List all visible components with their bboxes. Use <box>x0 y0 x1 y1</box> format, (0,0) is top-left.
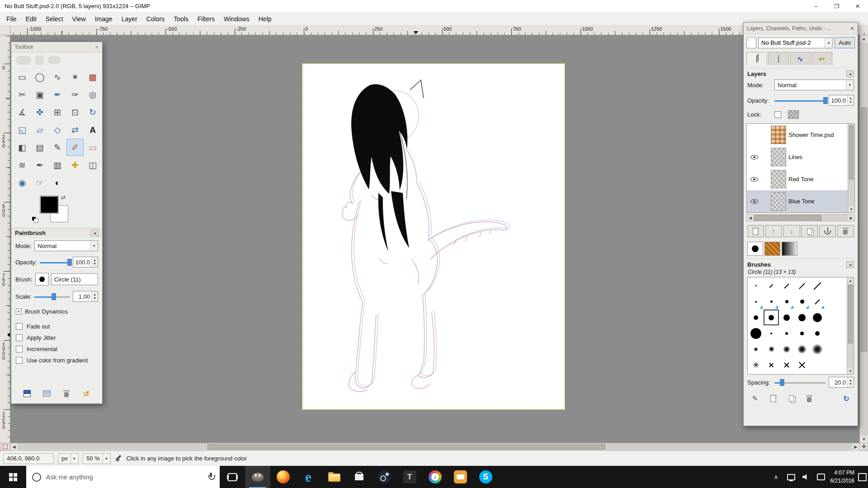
opacity-slider[interactable] <box>40 258 70 266</box>
checkbox[interactable] <box>16 334 23 341</box>
keyboard-button[interactable] <box>817 473 825 481</box>
duplicate-layer-button[interactable] <box>801 225 818 237</box>
menu-item[interactable]: View <box>68 13 90 25</box>
brush-sample[interactable] <box>794 357 810 373</box>
brush-sample[interactable] <box>779 341 794 357</box>
taskbar-music-button[interactable] <box>422 466 448 488</box>
perspective-clone-tool[interactable]: ◫ <box>84 156 101 174</box>
brush-sample[interactable] <box>764 310 779 325</box>
brush-sample[interactable] <box>794 341 810 357</box>
brush-sample[interactable] <box>810 341 825 357</box>
taskbar-chat-button[interactable] <box>448 466 473 488</box>
brush-sample[interactable] <box>748 278 764 294</box>
scroll-left-arrow[interactable]: ◀ <box>747 215 754 221</box>
scale-tool[interactable]: ◱ <box>14 121 31 138</box>
crop-tool[interactable]: ⊡ <box>66 103 84 121</box>
brush-sample[interactable] <box>825 294 840 310</box>
tab-channels[interactable] <box>768 52 789 65</box>
menu-item[interactable]: Windows <box>219 13 254 25</box>
taskbar-game-button[interactable] <box>397 466 422 488</box>
perspective-tool[interactable]: ◇ <box>49 121 66 138</box>
ruler-corner-button[interactable] <box>0 26 10 35</box>
unit-select[interactable]: px <box>58 453 79 464</box>
scissors-select-tool[interactable]: ✂ <box>14 86 31 103</box>
canvas-vertical-scrollbar[interactable]: ▲ ▼ <box>859 35 868 443</box>
measure-tool[interactable]: ∡ <box>14 103 31 121</box>
brush-sample[interactable] <box>810 310 825 325</box>
taskbar-gimp-button[interactable] <box>245 466 270 488</box>
hidden-icons-button[interactable]: ∧ <box>772 473 780 481</box>
new-layer-button[interactable] <box>747 225 764 237</box>
scrollbar-thumb[interactable] <box>208 444 605 450</box>
duplicate-brush-button[interactable] <box>785 393 797 404</box>
scroll-down-arrow[interactable]: ▼ <box>848 206 854 212</box>
layer-row[interactable]: Red Tone <box>747 168 854 190</box>
dialog-titlebar[interactable]: Layers, Channels, Paths, Undo - ... ✕ <box>744 23 858 34</box>
brush-preview-swatch[interactable] <box>747 242 763 256</box>
cortana-search-box[interactable]: Ask me anything <box>26 466 220 488</box>
brush-sample[interactable] <box>748 294 764 310</box>
scroll-right-arrow[interactable]: ▶ <box>848 215 854 221</box>
dodge-burn-tool[interactable]: ◐ <box>49 174 66 191</box>
layer-opacity-spinner[interactable]: 100.0 ▲▼ <box>829 95 854 106</box>
navigation-button[interactable]: ✜ <box>859 443 868 450</box>
scrollbar-track[interactable] <box>18 443 852 450</box>
minimize-button[interactable]: – <box>806 0 826 12</box>
layer-row[interactable]: Lines <box>747 146 854 168</box>
paths-tool[interactable]: ✒ <box>49 86 66 103</box>
layer-thumbnail[interactable] <box>771 126 786 144</box>
spacing-spinner[interactable]: 20.0 ▲▼ <box>829 377 854 388</box>
vertical-ruler[interactable]: 025050075010001250 <box>0 35 10 443</box>
menu-item[interactable]: Image <box>90 13 117 25</box>
menu-item[interactable]: Select <box>41 13 68 25</box>
brush-sample[interactable] <box>779 294 794 310</box>
brush-sample[interactable] <box>779 310 794 325</box>
anchor-layer-button[interactable] <box>819 225 836 237</box>
brush-sample[interactable] <box>794 325 810 341</box>
brush-sample[interactable] <box>779 357 794 373</box>
rectangle-select-tool[interactable]: ▭ <box>14 68 31 85</box>
menu-item[interactable]: Colors <box>142 13 169 25</box>
delete-brush-button[interactable] <box>803 393 815 404</box>
layer-visibility-toggle[interactable] <box>748 155 760 160</box>
brush-sample[interactable] <box>825 278 840 294</box>
gradient-preview-swatch[interactable] <box>782 242 797 256</box>
layer-visibility-toggle[interactable] <box>748 133 760 137</box>
scroll-down-arrow[interactable]: ▼ <box>860 436 868 443</box>
spacing-slider[interactable] <box>774 379 826 386</box>
layer-visibility-toggle[interactable] <box>748 199 760 204</box>
taskbar-skype-button[interactable] <box>473 466 498 488</box>
taskbar-explorer-button[interactable] <box>321 466 346 488</box>
close-icon[interactable]: ✕ <box>850 25 854 32</box>
checkbox[interactable] <box>16 357 23 364</box>
eraser-tool[interactable]: ▭ <box>84 139 101 156</box>
rotate-tool[interactable]: ↻ <box>84 103 101 121</box>
lock-pixels-checkbox[interactable] <box>774 111 781 118</box>
brush-sample[interactable] <box>764 357 779 373</box>
panel-menu-button[interactable]: ◂ <box>846 261 854 268</box>
taskbar-clock[interactable]: 4:07 PM 6/21/2016 <box>829 466 856 488</box>
tool-option-checkbox-row[interactable]: Incremental <box>16 346 98 352</box>
brush-sample[interactable] <box>825 325 840 341</box>
scroll-up-arrow[interactable]: ▲ <box>847 277 854 284</box>
taskbar-edge-button[interactable] <box>296 466 321 488</box>
horizontal-ruler[interactable]: -1000-750-500-2500250500750100012501500 <box>10 26 868 35</box>
text-tool[interactable]: A <box>84 121 101 138</box>
scale-slider[interactable] <box>34 293 70 300</box>
lock-alpha-button[interactable] <box>788 110 799 119</box>
menu-item[interactable]: Help <box>254 13 276 25</box>
zoom-tool[interactable]: ◎ <box>84 86 101 103</box>
toolbox-titlebar[interactable]: Toolbox ✕ <box>11 42 102 52</box>
network-button[interactable] <box>787 473 795 481</box>
brush-sample[interactable] <box>764 341 779 357</box>
volume-button[interactable] <box>802 473 810 481</box>
close-button[interactable]: ✕ <box>847 0 868 12</box>
paint-mode-select[interactable]: Normal <box>34 240 98 251</box>
brush-sample[interactable] <box>748 341 764 357</box>
clone-tool[interactable]: ▥ <box>49 156 66 174</box>
quickmask-toggle[interactable] <box>0 443 10 450</box>
layer-mode-select[interactable]: Normal <box>774 80 854 90</box>
airbrush-tool[interactable]: ≋ <box>14 156 31 174</box>
save-tool-options-button[interactable] <box>21 388 33 399</box>
tool-option-checkbox-row[interactable]: Fade out <box>16 323 98 330</box>
